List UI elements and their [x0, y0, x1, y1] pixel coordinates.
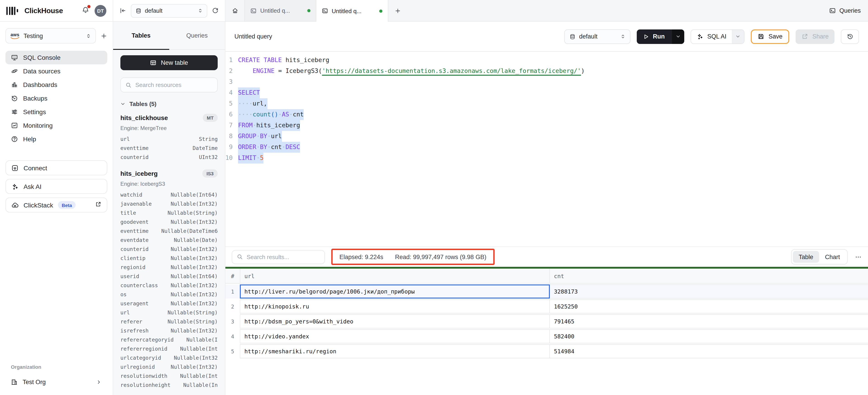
column-row: urlString — [120, 136, 218, 145]
results-menu-button[interactable] — [855, 253, 862, 260]
sql-ai-options-button[interactable] — [732, 30, 744, 43]
collapse-sidebar-icon[interactable] — [120, 7, 126, 14]
table-row[interactable]: 3http://bdsm_po_yers=0&with_video791465 — [225, 314, 868, 329]
refresh-icon[interactable] — [212, 7, 219, 14]
workspace-selector[interactable]: aws Testing — [5, 28, 96, 44]
database-selector-value: default — [579, 33, 617, 40]
sidebar-item-backups[interactable]: Backups — [5, 91, 107, 105]
table-entry-hits_clickhouse: hits_clickhouseMTEngine: MergeTreeurlStr… — [120, 114, 218, 163]
sql-ai-button[interactable]: SQL AI — [691, 30, 732, 43]
tables-group-header[interactable]: Tables (5) — [120, 101, 218, 107]
table-entry-header[interactable]: hits_icebergIS3 — [120, 169, 218, 177]
line-number: 7 — [225, 120, 238, 131]
column-name: urlcategoryid — [120, 355, 161, 361]
clickstack-icon — [11, 201, 19, 208]
url-cell[interactable]: http://bdsm_po_yers=0&with_video — [240, 314, 550, 329]
data-sources-icon — [11, 67, 18, 75]
connect-icon — [11, 164, 19, 171]
results-search — [232, 250, 325, 264]
url-cell[interactable]: http://smeshariki.ru/region — [240, 344, 550, 358]
header-cnt[interactable]: cnt — [550, 273, 868, 279]
cnt-cell[interactable]: 582400 — [550, 329, 868, 343]
column-row: watchidNullable(Int64) — [120, 192, 218, 201]
line-number: 5 — [225, 98, 238, 109]
notifications-button[interactable] — [82, 6, 89, 15]
action-ask-ai[interactable]: Ask AI — [5, 179, 107, 194]
cnt-cell[interactable]: 1625250 — [550, 300, 868, 313]
query-tab-2[interactable]: Untitled q... — [316, 0, 388, 22]
share-label: Share — [812, 33, 829, 40]
cnt-cell[interactable]: 514984 — [550, 344, 868, 358]
organization-name: Test Org — [23, 378, 46, 385]
code-line-content: LIMIT·5 — [238, 153, 264, 164]
code-line: 1CREATE TABLE hits_iceberg — [225, 55, 868, 66]
resources-search — [120, 78, 218, 92]
sql-editor[interactable]: 1CREATE TABLE hits_iceberg2 ENGINE = Ice… — [225, 52, 868, 247]
organization-item[interactable]: Test Org — [5, 375, 107, 389]
sidebar-item-dashboards[interactable]: Dashboards — [5, 78, 107, 91]
sidebar-item-sql-console[interactable]: SQL Console — [5, 51, 107, 64]
sql-ai-button-group: SQL AI — [691, 29, 745, 44]
code-line: 7FROM·hits_iceberg — [225, 120, 868, 131]
table-row[interactable]: 1http://liver.ru/belgorod/page/1006.jки/… — [225, 284, 868, 299]
resources-search-input[interactable] — [135, 82, 213, 88]
table-row[interactable]: 5http://smeshariki.ru/region514984 — [225, 344, 868, 358]
view-toggle-chart[interactable]: Chart — [819, 251, 846, 263]
row-number-cell: 5 — [225, 344, 240, 358]
add-service-button[interactable] — [100, 32, 107, 39]
sidebar-item-help[interactable]: Help — [5, 132, 107, 146]
organization-label: Organization — [5, 364, 107, 370]
home-button[interactable] — [225, 0, 244, 21]
results-search-input[interactable] — [247, 253, 320, 260]
column-row: eventtimeDateTime — [120, 145, 218, 154]
table-entry-header[interactable]: hits_clickhouseMT — [120, 114, 218, 122]
column-name: referercategoryid — [120, 337, 174, 343]
code-line: 8GROUP·BY·url — [225, 131, 868, 142]
database-selector-query[interactable]: default — [564, 29, 630, 44]
share-button[interactable]: Share — [796, 29, 835, 44]
query-title[interactable]: Untitled query — [235, 33, 272, 40]
cnt-cell[interactable]: 791465 — [550, 314, 868, 329]
queries-button[interactable]: Queries — [822, 0, 868, 21]
sidebar-item-monitoring[interactable]: Monitoring — [5, 119, 107, 132]
header-row-number[interactable]: # — [225, 269, 240, 283]
avatar[interactable]: DT — [95, 5, 106, 17]
table-row[interactable]: 4http://video.yandex582400 — [225, 329, 868, 343]
url-cell[interactable]: http://kinopoisk.ru — [240, 300, 550, 313]
sidebar-item-label: Settings — [23, 108, 46, 115]
column-type: Nullable(Int32) — [167, 364, 218, 370]
sidebar-item-data-sources[interactable]: Data sources — [5, 64, 107, 78]
column-name: clientip — [120, 255, 146, 261]
sidebar-item-settings[interactable]: Settings — [5, 105, 107, 119]
run-options-button[interactable] — [672, 29, 684, 44]
column-list: watchidNullable(Int64)javaenableNullable… — [120, 192, 218, 391]
run-button[interactable]: Run — [637, 29, 672, 44]
header-url[interactable]: url — [240, 269, 550, 283]
action-connect[interactable]: Connect — [5, 160, 107, 175]
action-clickstack[interactable]: ClickStackBeta — [5, 198, 107, 213]
query-history-button[interactable] — [841, 29, 859, 44]
url-cell[interactable]: http://video.yandex — [240, 329, 550, 343]
cnt-cell[interactable]: 3288173 — [550, 284, 868, 299]
table-entry-hits_iceberg: hits_icebergIS3Engine: IcebergS3watchidN… — [120, 169, 218, 391]
view-toggle-table[interactable]: Table — [793, 251, 819, 263]
column-name: regionid — [120, 264, 146, 271]
chevron-down-icon — [735, 34, 740, 39]
new-table-button[interactable]: New table — [120, 55, 218, 70]
column-name: url — [120, 136, 130, 142]
resources-panel: TablesQueries New table Tables (5) hits_… — [113, 22, 225, 395]
save-button[interactable]: Save — [751, 29, 789, 44]
new-tab-button[interactable] — [388, 0, 407, 21]
database-selector-top[interactable]: default — [131, 4, 207, 18]
table-row[interactable]: 2http://kinopoisk.ru1625250 — [225, 300, 868, 313]
resources-tab-tables[interactable]: Tables — [113, 22, 169, 49]
sidebar-item-label: Monitoring — [23, 122, 53, 129]
unsaved-dot — [307, 9, 310, 12]
column-name: javaenable — [120, 201, 152, 207]
column-name: useragent — [120, 300, 149, 307]
query-tab-1[interactable]: Untitled q... — [244, 0, 316, 21]
search-icon — [125, 82, 132, 88]
column-type: Nullable(String) — [164, 318, 218, 325]
resources-tab-queries[interactable]: Queries — [169, 22, 225, 49]
url-cell[interactable]: http://liver.ru/belgorod/page/1006.jки/д… — [240, 284, 550, 299]
